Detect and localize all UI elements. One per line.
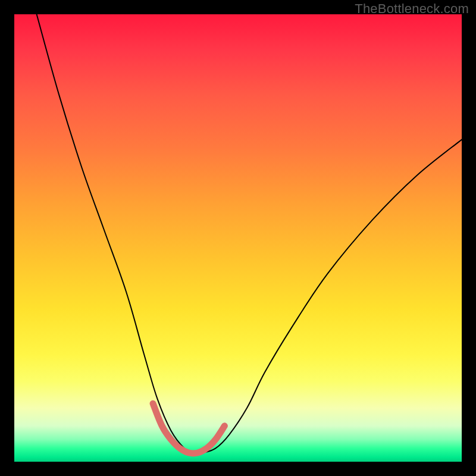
watermark-text: TheBottleneck.com <box>355 1 469 17</box>
sweet-spot-overlay <box>153 403 224 453</box>
bottleneck-curve-svg <box>14 14 462 462</box>
chart-area <box>14 14 462 462</box>
bottleneck-curve <box>37 14 462 453</box>
